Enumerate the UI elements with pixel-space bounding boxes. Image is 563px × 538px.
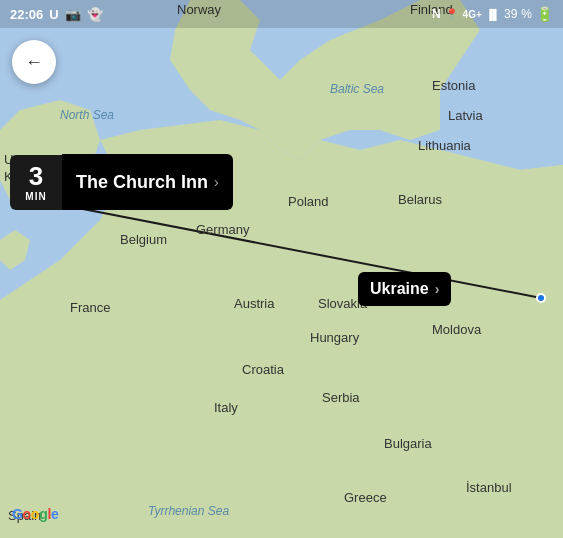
snapchat-icon: 👻: [87, 7, 103, 22]
eta-box: 3 MIN: [10, 155, 62, 210]
ukraine-chevron-icon: ›: [435, 281, 440, 297]
google-e2-letter: e: [51, 506, 59, 522]
map-background: [0, 0, 563, 538]
location-icon: 📍: [445, 8, 459, 21]
ubereats-icon: U: [49, 7, 58, 22]
nfc-icon: N: [432, 7, 441, 21]
destination-name: The Church Inn: [76, 172, 208, 193]
time-display: 22:06: [10, 7, 43, 22]
google-o2-letter: o: [31, 506, 39, 522]
camera-icon: 📷: [65, 7, 81, 22]
ukraine-label[interactable]: Ukraine ›: [358, 272, 451, 306]
battery-icon: 🔋: [536, 6, 553, 22]
status-left: 22:06 U 📷 👻: [10, 7, 103, 22]
status-right: N 📍 4G+ ▐▌ 39% 🔋: [432, 6, 553, 22]
navigation-card[interactable]: 3 MIN The Church Inn ›: [10, 154, 233, 210]
network-icon: 4G+: [463, 9, 482, 20]
google-o1-letter: o: [23, 506, 31, 522]
destination-chevron-icon: ›: [214, 174, 219, 190]
ukraine-name: Ukraine: [370, 280, 429, 298]
destination-card[interactable]: The Church Inn ›: [62, 154, 233, 210]
back-button[interactable]: ←: [12, 40, 56, 84]
map-container: 22:06 U 📷 👻 N 📍 4G+ ▐▌ 39% 🔋 ← 3 MIN The…: [0, 0, 563, 538]
battery-percent: 39: [504, 7, 517, 21]
signal-icon: ▐▌: [486, 9, 500, 20]
eta-minutes: 3: [20, 163, 52, 189]
google-g-letter: G: [12, 506, 23, 522]
status-bar: 22:06 U 📷 👻 N 📍 4G+ ▐▌ 39% 🔋: [0, 0, 563, 28]
back-arrow-icon: ←: [25, 52, 43, 73]
google-watermark: Google: [12, 506, 58, 522]
destination-dot: [536, 293, 546, 303]
eta-unit: MIN: [20, 191, 52, 202]
